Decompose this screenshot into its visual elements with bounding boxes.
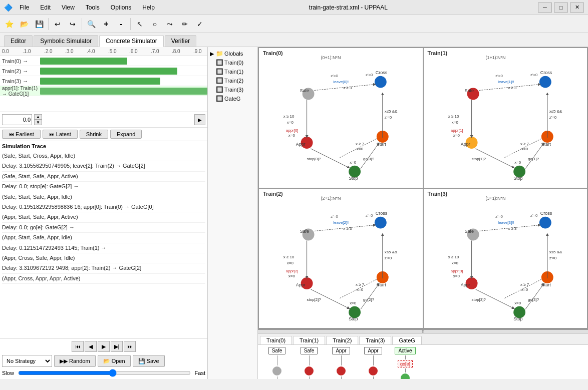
trace-item-8[interactable]: (Appr, Start, Safe, Appr, Idle): [2, 233, 205, 243]
open-trace-button[interactable]: 📂 Open: [98, 355, 131, 367]
timeline-label-train2: Train(2) →: [0, 68, 40, 74]
trace-item-10[interactable]: (Appr, Cross, Safe, Appr, Idle): [2, 253, 205, 263]
maximize-button[interactable]: □: [554, 3, 568, 13]
trace-item-5[interactable]: Delay: 0.1951829295898836 16; appr[0]: T…: [2, 202, 205, 212]
trace-item-4[interactable]: (Safe, Start, Safe, Appr, Idle): [2, 192, 205, 202]
close-button[interactable]: ✕: [570, 3, 584, 13]
state-line2-train2: [341, 376, 342, 379]
tree-item-train1[interactable]: 🔲 Train(1): [210, 67, 255, 76]
menu-view[interactable]: View: [58, 3, 79, 12]
svg-text:appr[2]: appr[2]: [286, 269, 299, 273]
trace-item-11[interactable]: Delay: 3.3109672192 9498; appr[2]: Train…: [2, 263, 205, 273]
tree-item-train2[interactable]: 🔲 Train(2): [210, 76, 255, 85]
tree-item-train0[interactable]: 🔲 Train(0): [210, 58, 255, 67]
expand-button[interactable]: Expand: [110, 130, 142, 139]
bottom-tab-train3[interactable]: Train(3): [359, 336, 391, 344]
tree-icon-train3: 🔲: [216, 86, 223, 93]
svg-text:(0+1):N*N: (0+1):N*N: [321, 55, 341, 60]
zoom-fit-button[interactable]: 🔍: [84, 17, 98, 31]
play-button[interactable]: ▶: [194, 114, 205, 125]
svg-text:z′=0: z′=0: [530, 213, 537, 217]
tree-item-gateg[interactable]: 🔲 GateG: [210, 94, 255, 103]
tab-editor[interactable]: Editor: [4, 35, 33, 47]
nail-tool-button[interactable]: ✏: [178, 17, 192, 31]
tree-item-train3[interactable]: 🔲 Train(3): [210, 85, 255, 94]
strategy-select[interactable]: No Strategy: [2, 355, 52, 367]
redo-button[interactable]: ↪: [66, 17, 80, 31]
media-next-button[interactable]: ▶|: [111, 341, 123, 352]
menu-edit[interactable]: Edit: [36, 3, 55, 12]
collapse-handle[interactable]: ⬆: [258, 330, 588, 334]
svg-text:x ≥ 7: x ≥ 7: [520, 142, 529, 146]
trace-item-9[interactable]: Delay: 0.1215147292493 1145; Train(1) →: [2, 243, 205, 253]
transition-tool-button[interactable]: ⤳: [163, 17, 177, 31]
new-button[interactable]: ⭐: [2, 17, 16, 31]
latest-button[interactable]: ⏭ Latest: [43, 130, 78, 139]
save-trace-button[interactable]: 💾 Save: [133, 355, 165, 367]
menu-options[interactable]: Options: [107, 3, 135, 12]
trace-item-0[interactable]: (Safe, Start, Cross, Appr, Idle): [2, 151, 205, 161]
tree-item-globals[interactable]: ▶ 📁 Globals: [210, 49, 255, 58]
svg-text:stop[1]?: stop[1]?: [471, 157, 486, 161]
tab-concrete-simulator[interactable]: Concrete Simulator: [99, 35, 164, 47]
bottom-states: Safe Safe Safe Safe: [258, 345, 588, 379]
trace-item-2[interactable]: (Safe, Start, Safe, Appr, Active): [2, 172, 205, 182]
svg-text:x ≥ 3: x ≥ 3: [343, 86, 352, 90]
svg-text:Stop: Stop: [513, 176, 522, 181]
zoom-out-button[interactable]: -: [114, 17, 128, 31]
speed-slow-label: Slow: [2, 370, 14, 376]
tab-bar: Editor Symbolic Simulator Concrete Simul…: [0, 33, 588, 47]
trace-item-1[interactable]: Delay: 3.105562950749905; leave[2]: Trai…: [2, 161, 205, 171]
trace-item-3[interactable]: Delay: 0.0; stop[e]: GateG[2] →: [2, 182, 205, 192]
trace-item-7[interactable]: Delay: 0.0; go[e]: GateG[2] →: [2, 223, 205, 233]
time-spin-down[interactable]: ▼: [34, 120, 42, 125]
circle-tool-button[interactable]: ○: [148, 17, 162, 31]
media-first-button[interactable]: ⏮: [72, 341, 84, 352]
timeline-row-train3: Train(3) →: [0, 76, 207, 86]
earliest-button[interactable]: ⏮ Earliest: [2, 130, 41, 139]
save-button[interactable]: 💾: [32, 17, 46, 31]
tab-symbolic-simulator[interactable]: Symbolic Simulator: [34, 35, 98, 47]
tab-verifier[interactable]: Verifier: [165, 35, 196, 47]
svg-text:x=0: x=0: [288, 133, 296, 138]
state-box-train3-appr: Appr: [364, 347, 382, 354]
time-spin-up[interactable]: ▲: [34, 114, 42, 120]
timeline-bar-appr1: [40, 88, 207, 95]
svg-text:Safe: Safe: [300, 88, 309, 93]
svg-text:appr[1]: appr[1]: [450, 128, 463, 133]
zoom-in-button[interactable]: +: [99, 17, 113, 31]
media-last-button[interactable]: ⏭: [124, 341, 136, 352]
minimize-button[interactable]: ─: [538, 3, 552, 13]
svg-text:z′=0: z′=0: [549, 256, 556, 260]
menu-file[interactable]: File: [16, 3, 33, 12]
media-play-button[interactable]: ▶: [98, 341, 110, 352]
select-tool-button[interactable]: ↖: [133, 17, 147, 31]
tree-icon-gateg: 🔲: [216, 95, 223, 102]
svg-text:leave[2]!!: leave[2]!!: [333, 220, 349, 224]
simulation-trace[interactable]: Simulation Trace (Safe, Start, Cross, Ap…: [0, 141, 207, 338]
bottom-tab-train1[interactable]: Train(1): [293, 336, 325, 344]
speed-slider[interactable]: [18, 369, 191, 377]
svg-text:leave[1]!!: leave[1]!!: [498, 80, 514, 84]
tree-expand-globals: ▶: [210, 51, 215, 57]
ruler-mark-0: 0.0: [2, 49, 9, 54]
media-prev-button[interactable]: ◀: [85, 341, 97, 352]
timeline-row-appr1: appr[1]: Train(1) → GateG[1]: [0, 86, 207, 96]
bottom-tab-gateg[interactable]: GateG: [392, 336, 421, 344]
open-button[interactable]: 📂: [17, 17, 31, 31]
bottom-tab-train0[interactable]: Train(0): [260, 336, 292, 344]
bottom-tab-train2[interactable]: Train(2): [326, 336, 358, 344]
trace-item-12[interactable]: (Appr, Cross, Appr, Appr, Active): [2, 274, 205, 284]
ruler-mark-8: .8.0: [172, 49, 180, 54]
time-input[interactable]: 0.0: [2, 114, 32, 125]
menu-help[interactable]: Help: [138, 3, 159, 12]
window-controls: ─ □ ✕: [538, 3, 584, 13]
toolbar-separator-2: [82, 18, 82, 30]
random-button[interactable]: ▶▶ Random: [54, 355, 96, 367]
svg-text:z′=0: z′=0: [530, 73, 537, 77]
menu-tools[interactable]: Tools: [82, 3, 104, 12]
undo-button[interactable]: ↩: [51, 17, 65, 31]
shrink-button[interactable]: Shrink: [80, 130, 108, 139]
trace-item-6[interactable]: (Appr, Start, Safe, Appr, Active): [2, 212, 205, 222]
check-tool-button[interactable]: ✓: [193, 17, 207, 31]
